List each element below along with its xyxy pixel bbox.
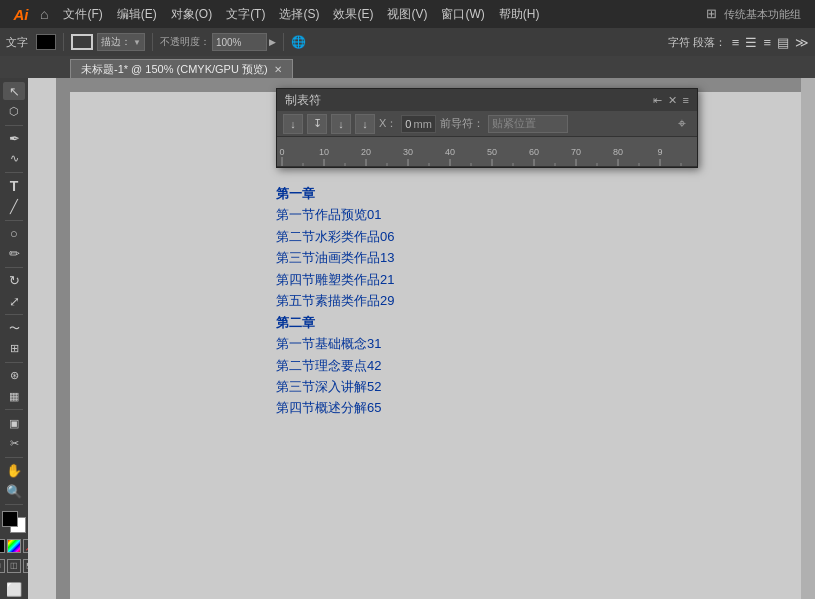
- free-transform-tool[interactable]: ⊞: [3, 340, 25, 358]
- tab-close-button[interactable]: ✕: [274, 60, 282, 79]
- direct-selection-tool[interactable]: ⬡: [3, 102, 25, 120]
- align-justify-icon[interactable]: ▤: [777, 35, 789, 50]
- section-2-2: 第二节理念要点42: [276, 355, 394, 376]
- text-tool-label: 文字: [6, 35, 28, 50]
- app-logo: Ai: [6, 6, 36, 23]
- document-tab[interactable]: 未标题-1* @ 150% (CMYK/GPU 预览) ✕: [70, 59, 293, 78]
- panel-menu-button[interactable]: ≡: [683, 94, 689, 106]
- svg-text:40: 40: [445, 147, 455, 157]
- separator-2: [152, 33, 153, 51]
- chapter-1: 第一章: [276, 183, 394, 204]
- scale-tool[interactable]: ⤢: [3, 292, 25, 310]
- svg-text:80: 80: [613, 147, 623, 157]
- tabstop-down-button[interactable]: ↓: [283, 114, 303, 134]
- globe-icon[interactable]: 🌐: [291, 35, 306, 49]
- align-left-icon[interactable]: ≡: [732, 35, 740, 50]
- svg-text:10: 10: [319, 147, 329, 157]
- menu-view[interactable]: 视图(V): [380, 0, 434, 28]
- text-tool[interactable]: T: [3, 177, 25, 195]
- menu-text[interactable]: 文字(T): [219, 0, 272, 28]
- section-1-3: 第三节油画类作品13: [276, 247, 394, 268]
- panel-controls: ⇤ ✕ ≡: [653, 94, 689, 107]
- x-input-container[interactable]: 0 mm: [401, 115, 435, 133]
- tool-separator-6: [5, 362, 23, 363]
- line-tool[interactable]: ╱: [3, 197, 25, 215]
- right-icons: 字符 段落： ≡ ☰ ≡ ▤ ≫: [668, 35, 809, 50]
- color-swatches[interactable]: [2, 511, 26, 533]
- tab-title: 未标题-1* @ 150% (CMYK/GPU 预览): [81, 60, 268, 79]
- panel-close-button[interactable]: ✕: [668, 94, 677, 107]
- paint-brush-tool[interactable]: ✏: [3, 245, 25, 263]
- hand-tool[interactable]: ✋: [3, 462, 25, 480]
- snap-label: 贴紧位置: [492, 116, 536, 131]
- section-1-4: 第四节雕塑类作品21: [276, 269, 394, 290]
- change-screen-mode[interactable]: ⬜: [3, 581, 25, 599]
- artboard-tool[interactable]: ▣: [3, 414, 25, 432]
- menu-file[interactable]: 文件(F): [56, 0, 109, 28]
- leader-input[interactable]: 贴紧位置: [488, 115, 568, 133]
- menu-help[interactable]: 帮助(H): [492, 0, 547, 28]
- tabstop-center-button[interactable]: ↧: [307, 114, 327, 134]
- tabstop-decimal-button[interactable]: ↓: [355, 114, 375, 134]
- pen-tool[interactable]: ✒: [3, 129, 25, 147]
- opacity-input[interactable]: 100%: [212, 33, 267, 51]
- menu-object[interactable]: 对象(O): [164, 0, 219, 28]
- tool-separator-3: [5, 220, 23, 221]
- home-icon[interactable]: ⌂: [40, 6, 48, 22]
- x-label: X：: [379, 116, 397, 131]
- symbol-sprayer-tool[interactable]: ⊛: [3, 367, 25, 385]
- panel-collapse-button[interactable]: ⇤: [653, 94, 662, 107]
- align-right-icon[interactable]: ≡: [763, 35, 771, 50]
- menu-effect[interactable]: 效果(E): [326, 0, 380, 28]
- section-1-5: 第五节素描类作品29: [276, 290, 394, 311]
- more-icon[interactable]: ≫: [795, 35, 809, 50]
- menu-select[interactable]: 选择(S): [272, 0, 326, 28]
- panel-ruler[interactable]: 0 10 20 30 40 50 60 70 80: [277, 137, 697, 167]
- tool-separator-4: [5, 267, 23, 268]
- magnet-icon[interactable]: ⌖: [673, 115, 691, 133]
- selection-tool[interactable]: ↖: [3, 82, 25, 100]
- svg-text:60: 60: [529, 147, 539, 157]
- section-1-2: 第二节水彩类作品06: [276, 226, 394, 247]
- foreground-color-swatch[interactable]: [2, 511, 18, 527]
- fill-color[interactable]: [36, 34, 56, 50]
- svg-text:30: 30: [403, 147, 413, 157]
- column-graph-tool[interactable]: ▦: [3, 387, 25, 405]
- section-2-4: 第四节概述分解65: [276, 397, 394, 418]
- svg-text:50: 50: [487, 147, 497, 157]
- tool-separator-7: [5, 409, 23, 410]
- side-ruler: [56, 78, 70, 599]
- draw-behind[interactable]: ◫: [7, 559, 21, 573]
- gradient-mode[interactable]: [7, 539, 21, 553]
- stroke-dropdown[interactable]: 描边： ▼: [97, 33, 145, 51]
- menu-edit[interactable]: 编辑(E): [110, 0, 164, 28]
- tab-bar: 未标题-1* @ 150% (CMYK/GPU 预览) ✕: [0, 56, 815, 78]
- slice-tool[interactable]: ✂: [3, 434, 25, 452]
- stroke-label: 描边：: [101, 35, 131, 49]
- stroke-color[interactable]: [71, 34, 93, 50]
- menu-window[interactable]: 窗口(W): [434, 0, 491, 28]
- tabstop-panel: 制表符 ⇤ ✕ ≡ ↓ ↧ ↓ ↓ X： 0 mm 前导符： 贴紧: [276, 88, 698, 168]
- zoom-tool[interactable]: 🔍: [3, 482, 25, 500]
- tool-separator-5: [5, 314, 23, 315]
- align-center-icon[interactable]: ☰: [745, 35, 757, 50]
- warp-tool[interactable]: 〜: [3, 319, 25, 337]
- svg-text:20: 20: [361, 147, 371, 157]
- tool-separator-8: [5, 457, 23, 458]
- rotate-tool[interactable]: ↻: [3, 272, 25, 290]
- tabstop-right-button[interactable]: ↓: [331, 114, 351, 134]
- document-content: 第一章 第一节作品预览01 第二节水彩类作品06 第三节油画类作品13 第四节雕…: [276, 183, 394, 419]
- section-2-1: 第一节基础概念31: [276, 333, 394, 354]
- ellipse-tool[interactable]: ○: [3, 224, 25, 242]
- chapter-2: 第二章: [276, 312, 394, 333]
- draw-normal[interactable]: □: [0, 559, 5, 573]
- fill-mode[interactable]: [0, 539, 5, 553]
- curvature-tool[interactable]: ∿: [3, 150, 25, 168]
- left-toolbar: ↖ ⬡ ✒ ∿ T ╱ ○ ✏ ↻ ⤢ 〜 ⊞ ⊛ ▦ ▣ ✂ ✋ 🔍: [0, 78, 28, 599]
- right-scrollbar[interactable]: [801, 78, 815, 599]
- tabstop-toolbar: ↓ ↧ ↓ ↓ X： 0 mm 前导符： 贴紧位置 ⌖: [277, 111, 697, 137]
- canvas-area[interactable]: 制表符 ⇤ ✕ ≡ ↓ ↧ ↓ ↓ X： 0 mm 前导符： 贴紧: [28, 78, 815, 599]
- svg-text:9: 9: [657, 147, 662, 157]
- opacity-right-arrow[interactable]: ▶: [269, 37, 276, 47]
- separator-1: [63, 33, 64, 51]
